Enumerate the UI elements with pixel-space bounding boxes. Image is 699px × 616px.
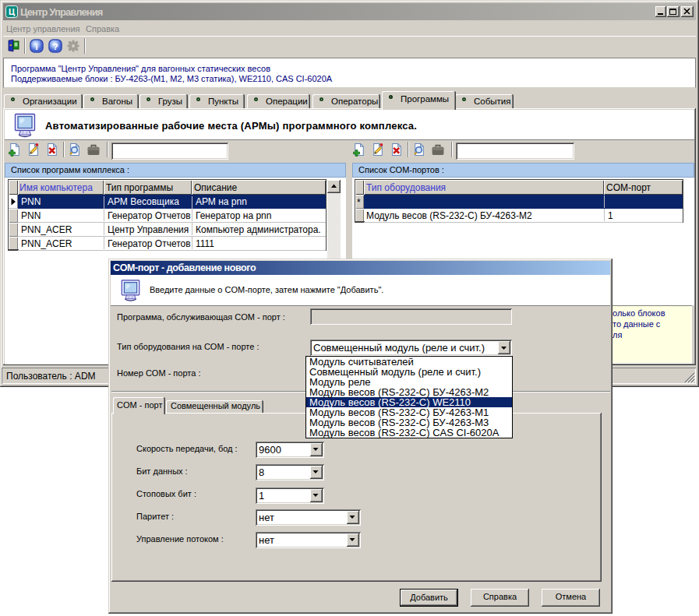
svg-text:?: ?	[52, 41, 58, 51]
svg-text:i: i	[36, 42, 38, 51]
svg-text:Ц: Ц	[9, 7, 15, 16]
